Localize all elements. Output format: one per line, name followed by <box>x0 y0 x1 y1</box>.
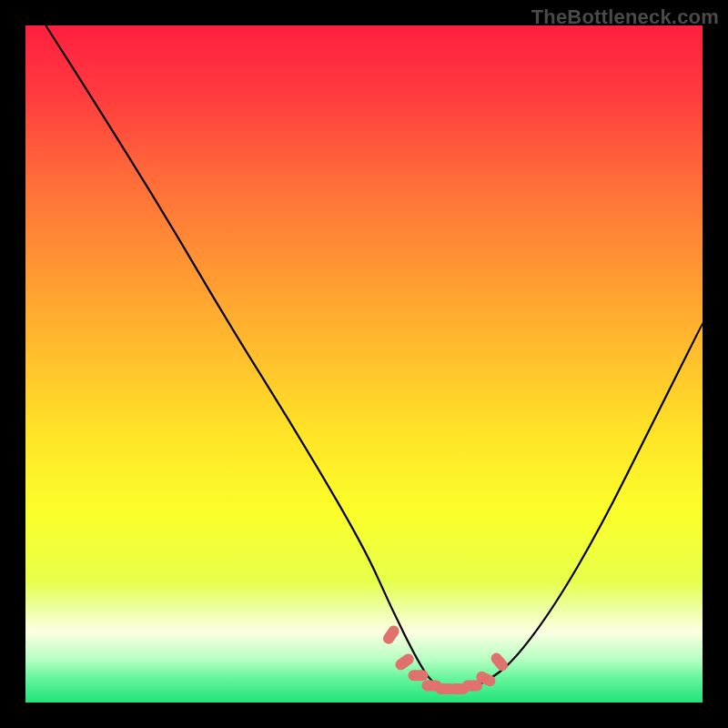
marker-capsule <box>409 670 429 681</box>
watermark-text: TheBottleneck.com <box>531 5 719 29</box>
plot-area <box>25 25 703 703</box>
bottleneck-chart <box>0 0 728 728</box>
chart-frame: TheBottleneck.com <box>0 0 728 728</box>
